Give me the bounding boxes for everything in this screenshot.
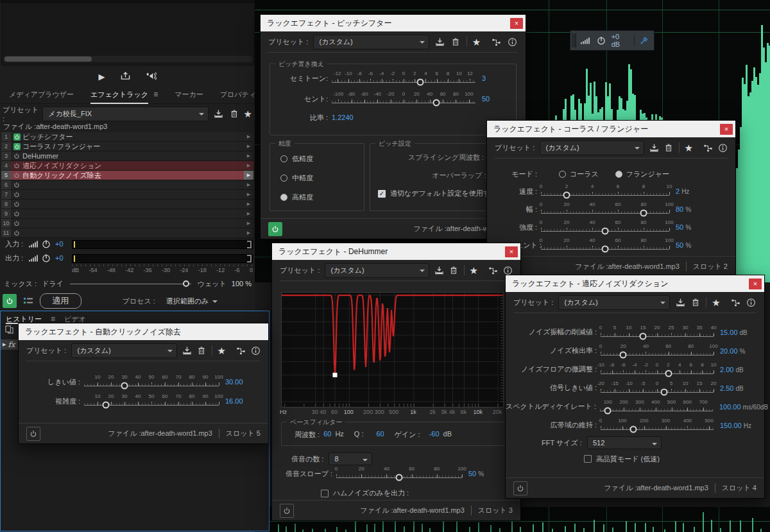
use-defaults-checkbox[interactable]: ✓ 適切なデフォルト設定を使用する	[378, 189, 497, 198]
param-value[interactable]: 20.00%	[720, 347, 745, 355]
slot-arrow-icon[interactable]: ▶	[244, 180, 253, 189]
param-value[interactable]: 80%	[676, 205, 691, 213]
gain-value[interactable]: -60	[429, 430, 440, 440]
close-icon[interactable]: ×	[510, 18, 523, 29]
export-button[interactable]	[121, 72, 130, 82]
param-value[interactable]: 2.00dB	[720, 366, 744, 373]
radio-flanger-mode[interactable]: フランジャー	[615, 169, 669, 179]
slot-arrow-icon[interactable]: ▶	[244, 171, 253, 180]
slot-power-icon[interactable]	[11, 210, 22, 217]
output-gain-value[interactable]: +0	[55, 254, 68, 262]
tab-effects-rack[interactable]: エフェクトラック	[90, 90, 148, 104]
slot-arrow-icon[interactable]: ▶	[244, 228, 253, 237]
slider-handle[interactable]	[121, 382, 128, 390]
radio-low-precision[interactable]: 低精度	[280, 154, 313, 164]
slider-handle[interactable]	[396, 474, 403, 481]
effect-slot-row[interactable]: 9▶	[1, 209, 253, 219]
effect-slot-row[interactable]: 4適応ノイズリダクション▶	[1, 161, 253, 171]
slider-handle[interactable]	[604, 407, 612, 414]
notch-handle[interactable]	[333, 373, 338, 377]
freq-value[interactable]: 60	[323, 430, 331, 440]
close-icon[interactable]: ×	[505, 246, 518, 257]
dehummer-frequency-graph[interactable]	[281, 292, 504, 408]
param-slider[interactable]: -100-80-60-40-20020406080100	[332, 90, 475, 107]
slider-handle[interactable]	[620, 351, 627, 358]
slot-arrow-icon[interactable]: ▶	[244, 219, 253, 228]
param-slider[interactable]: 102030405060708090100	[84, 373, 219, 390]
effect-slot-row[interactable]: 5自動クリックノイズ除去▶	[1, 171, 253, 180]
effect-power-button[interactable]	[513, 481, 527, 495]
slider-handle[interactable]	[432, 99, 440, 107]
slot-arrow-icon[interactable]: ▶	[244, 142, 253, 151]
param-value[interactable]: 2.50dB	[720, 384, 744, 392]
favorite-star-icon[interactable]: ★	[470, 266, 478, 275]
slot-power-icon[interactable]	[11, 162, 22, 169]
slider-handle[interactable]	[602, 228, 609, 235]
param-value[interactable]: 3	[482, 74, 486, 82]
info-icon[interactable]	[507, 35, 518, 48]
high-quality-checkbox[interactable]: 高品質モード (低速)	[506, 451, 764, 467]
param-slider[interactable]: 102030405060708090100	[84, 393, 219, 409]
effect-slot-row[interactable]: 6▶	[1, 180, 253, 190]
slot-arrow-icon[interactable]: ▶	[244, 200, 253, 209]
slot-power-icon[interactable]	[11, 191, 22, 198]
slider-handle[interactable]	[102, 402, 109, 409]
param-value[interactable]: 50%	[468, 470, 484, 477]
slot-arrow-icon[interactable]: ▶	[244, 132, 253, 141]
param-slider[interactable]: 020406080100	[541, 237, 669, 253]
slot-power-icon[interactable]	[11, 172, 22, 178]
harmonics-select[interactable]: 8	[329, 452, 372, 465]
param-slider[interactable]: -12-10-8-6-4-2024681012	[332, 70, 475, 87]
effect-slot-row[interactable]: 3DeHummer▶	[1, 151, 253, 161]
dialog-title-bar[interactable]: ラックエフェクト - ピッチシフター×	[261, 15, 526, 31]
dialog-title-bar[interactable]: ラックエフェクト - 自動クリックノイズ除去	[19, 323, 268, 340]
mix-slider[interactable]	[70, 284, 191, 284]
preset-select[interactable]: (カスタム)	[71, 343, 176, 358]
save-preset-icon[interactable]	[182, 344, 192, 357]
slider-handle[interactable]	[629, 425, 637, 433]
panel-menu-icon[interactable]: ≡	[153, 90, 158, 99]
preset-select[interactable]: (カスタム)	[313, 35, 429, 49]
favorite-star-icon[interactable]: ★	[244, 109, 252, 119]
save-preset-icon[interactable]	[434, 35, 445, 48]
routing-icon[interactable]	[236, 344, 246, 357]
tab-marker[interactable]: マーカー	[175, 90, 203, 103]
save-preset-icon[interactable]	[212, 107, 224, 120]
slot-arrow-icon[interactable]: ▶	[244, 190, 253, 199]
tab-properties[interactable]: プロパティ	[220, 90, 256, 103]
param-slider[interactable]: 0510152025303540	[601, 324, 714, 341]
radio-mid-precision[interactable]: 中精度	[280, 173, 313, 183]
delete-preset-icon[interactable]	[228, 107, 240, 120]
radio-chorus-mode[interactable]: コーラス	[559, 169, 599, 179]
favorite-star-icon[interactable]: ★	[685, 143, 693, 153]
effect-power-button[interactable]	[268, 222, 282, 236]
dialog-title-bar[interactable]: ラックエフェクト - DeHummer×	[272, 243, 520, 260]
history-copy-icon[interactable]	[5, 325, 13, 335]
favorite-star-icon[interactable]: ★	[217, 346, 225, 356]
param-value[interactable]: 100.00ms/60dB	[719, 403, 768, 411]
param-value[interactable]: 50	[482, 95, 490, 103]
pin-icon[interactable]	[638, 34, 650, 47]
effect-slot-row[interactable]: 8▶	[1, 200, 253, 209]
slot-power-icon[interactable]	[11, 220, 22, 227]
info-icon[interactable]	[718, 141, 728, 154]
save-preset-icon[interactable]	[649, 141, 659, 154]
save-preset-icon[interactable]	[675, 296, 685, 309]
output-knob-icon[interactable]	[40, 252, 53, 264]
save-preset-icon[interactable]	[434, 264, 444, 277]
slot-power-icon[interactable]	[11, 182, 22, 188]
effect-slot-row[interactable]: 10▶	[1, 219, 253, 228]
routing-icon[interactable]	[488, 264, 498, 277]
input-knob-icon[interactable]	[40, 237, 53, 250]
slider-handle[interactable]	[563, 192, 570, 199]
hum-only-checkbox[interactable]: ハムノイズのみを出力 :	[321, 488, 409, 498]
effect-power-button[interactable]	[26, 427, 40, 441]
radio-high-precision[interactable]: 高精度	[280, 193, 313, 202]
slot-power-icon[interactable]	[11, 143, 22, 150]
delete-preset-icon[interactable]	[690, 296, 701, 309]
process-select[interactable]: 選択範囲のみ	[160, 294, 223, 309]
effect-slot-row[interactable]: 2コーラス / フランジャー▶	[1, 142, 253, 151]
param-value[interactable]: 15.00dB	[720, 329, 748, 336]
preset-select[interactable]: (カスタム)	[325, 263, 429, 278]
slot-power-icon[interactable]	[11, 153, 22, 159]
